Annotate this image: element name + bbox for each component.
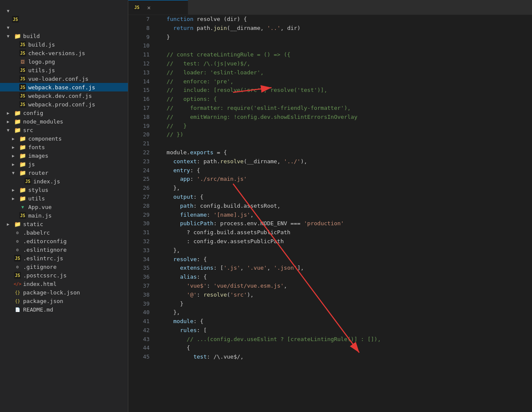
tree-item-label: .eslintignore bbox=[23, 247, 67, 253]
tree-item[interactable]: 📄README.md bbox=[0, 305, 128, 314]
js-icon: JS bbox=[14, 272, 21, 279]
js-icon: JS bbox=[14, 255, 21, 262]
vue-icon: ▼ bbox=[19, 203, 26, 210]
tree-item[interactable]: {}package.json bbox=[0, 297, 128, 305]
code-editor[interactable]: 7 function resolve (dir) { 8 return path… bbox=[128, 15, 532, 412]
js-icon: JS bbox=[19, 41, 26, 48]
tree-item[interactable]: 📁router bbox=[0, 168, 128, 177]
line-content: }, bbox=[157, 246, 532, 255]
tree-item[interactable]: ⚙.eslintignore bbox=[0, 245, 128, 254]
tree-item-label: webpack.base.conf.js bbox=[28, 84, 95, 91]
open-editor-file[interactable]: JS bbox=[0, 15, 128, 24]
tree-item[interactable]: 📁config bbox=[0, 109, 128, 117]
tree-item[interactable]: 📁fonts bbox=[0, 143, 128, 151]
tree-item[interactable]: JSbuild.js bbox=[0, 40, 128, 49]
code-line: 27 output: { bbox=[128, 193, 532, 202]
tab-bar: JS × bbox=[128, 0, 532, 15]
js-icon: JS bbox=[19, 212, 26, 219]
tree-item[interactable]: </>index.html bbox=[0, 280, 128, 288]
line-content: // const createLintingRule = () => ({ bbox=[157, 50, 532, 59]
js-icon: JS bbox=[19, 92, 26, 99]
tree-item[interactable]: JSmain.js bbox=[0, 211, 128, 220]
file-tree: 📁buildJSbuild.jsJScheck-versions.js🖼logo… bbox=[0, 32, 128, 314]
tree-item[interactable]: {}package-lock.json bbox=[0, 288, 128, 297]
line-number: 9 bbox=[128, 33, 157, 42]
tree-item-label: logo.png bbox=[28, 59, 55, 65]
line-number: 14 bbox=[128, 77, 157, 86]
code-line: 17 // formatter: require('eslint-friendl… bbox=[128, 104, 532, 113]
tab-close-button[interactable]: × bbox=[147, 4, 151, 11]
tree-item[interactable]: ⚙.babelrc bbox=[0, 228, 128, 237]
tree-item[interactable]: 📁components bbox=[0, 134, 128, 143]
tree-item-label: App.vue bbox=[28, 204, 52, 210]
open-editors-chevron bbox=[7, 9, 12, 13]
code-line: 24 entry: { bbox=[128, 166, 532, 175]
line-number: 29 bbox=[128, 211, 157, 220]
code-line: 14 // enforce: 'pre', bbox=[128, 77, 532, 86]
tree-item[interactable]: 📁build bbox=[0, 32, 128, 40]
project-section[interactable] bbox=[0, 24, 128, 32]
line-number: 24 bbox=[128, 166, 157, 175]
line-content: : config.dev.assetsPublicPath bbox=[157, 237, 532, 246]
line-number: 40 bbox=[128, 308, 157, 317]
code-line: 45 test: /\.vue$/, bbox=[128, 353, 532, 362]
folder-icon: 📁 bbox=[19, 195, 26, 202]
line-number: 31 bbox=[128, 228, 157, 237]
dotfile-icon: ⚙ bbox=[14, 229, 21, 236]
line-content: // } bbox=[157, 122, 532, 131]
tree-item[interactable]: ▼App.vue bbox=[0, 203, 128, 211]
tree-item-label: index.js bbox=[33, 178, 60, 185]
tree-item[interactable]: 📁stylus bbox=[0, 185, 128, 194]
code-line: 20 // }) bbox=[128, 130, 532, 139]
dotfile-icon: ⚙ bbox=[14, 238, 21, 244]
tree-item-label: .eslintrc.js bbox=[23, 255, 63, 262]
line-number: 38 bbox=[128, 291, 157, 300]
tree-item[interactable]: JSwebpack.base.conf.js bbox=[0, 83, 128, 91]
folder-icon: 📁 bbox=[19, 152, 26, 159]
line-content: // formatter: require('eslint-friendly-f… bbox=[157, 104, 532, 113]
tree-item[interactable]: 📁node_modules bbox=[0, 117, 128, 126]
tree-item[interactable]: JScheck-versions.js bbox=[0, 49, 128, 57]
png-icon: 🖼 bbox=[19, 58, 26, 65]
line-number: 19 bbox=[128, 122, 157, 131]
folder-chevron bbox=[12, 188, 17, 192]
line-number: 35 bbox=[128, 264, 157, 273]
tree-item[interactable]: 📁js bbox=[0, 160, 128, 168]
line-content: 'vue$': 'vue/dist/vue.esm.js', bbox=[157, 282, 532, 291]
open-editors-section[interactable] bbox=[0, 7, 128, 15]
tree-item[interactable]: 📁src bbox=[0, 126, 128, 134]
tree-item[interactable]: ⚙.gitignore bbox=[0, 262, 128, 271]
line-number: 45 bbox=[128, 353, 157, 362]
folder-chevron bbox=[12, 145, 17, 150]
tree-item-label: index.html bbox=[23, 281, 56, 287]
folder-icon: 📁 bbox=[19, 161, 26, 168]
json-icon: {} bbox=[14, 289, 21, 296]
line-content: module.exports = { bbox=[157, 148, 532, 157]
tree-item-label: js bbox=[28, 161, 35, 168]
tree-item[interactable]: JSvue-loader.conf.js bbox=[0, 74, 128, 83]
line-content: // emitWarning: !config.dev.showEslintEr… bbox=[157, 113, 532, 122]
tree-item-label: build bbox=[23, 33, 40, 39]
code-line: 10 bbox=[128, 41, 532, 50]
tree-item[interactable]: JSindex.js bbox=[0, 177, 128, 185]
tree-item[interactable]: JSwebpack.prod.conf.js bbox=[0, 100, 128, 109]
js-icon: JS bbox=[19, 50, 26, 56]
tree-item[interactable]: 📁static bbox=[0, 220, 128, 228]
tree-item[interactable]: ⚙.editorconfig bbox=[0, 237, 128, 245]
active-tab[interactable]: JS × bbox=[128, 0, 188, 15]
line-content: // test: /\.(js|vue)$/, bbox=[157, 59, 532, 68]
code-line: 39 } bbox=[128, 300, 532, 309]
line-content: filename: '[name].js', bbox=[157, 211, 532, 220]
line-number: 22 bbox=[128, 148, 157, 157]
code-line: 31 ? config.build.assetsPublicPath bbox=[128, 228, 532, 237]
line-content: path: config.build.assetsRoot, bbox=[157, 202, 532, 211]
tree-item[interactable]: 🖼logo.png bbox=[0, 57, 128, 66]
tree-item[interactable]: JS.eslintrc.js bbox=[0, 254, 128, 262]
tree-item[interactable]: 📁images bbox=[0, 151, 128, 160]
tree-item[interactable]: JSutils.js bbox=[0, 66, 128, 74]
tree-item[interactable]: JSwebpack.dev.conf.js bbox=[0, 91, 128, 100]
tree-item[interactable]: JS.postcssrc.js bbox=[0, 271, 128, 280]
tree-item[interactable]: 📁utils bbox=[0, 194, 128, 203]
tree-item-label: README.md bbox=[23, 306, 53, 313]
line-number: 15 bbox=[128, 86, 157, 95]
